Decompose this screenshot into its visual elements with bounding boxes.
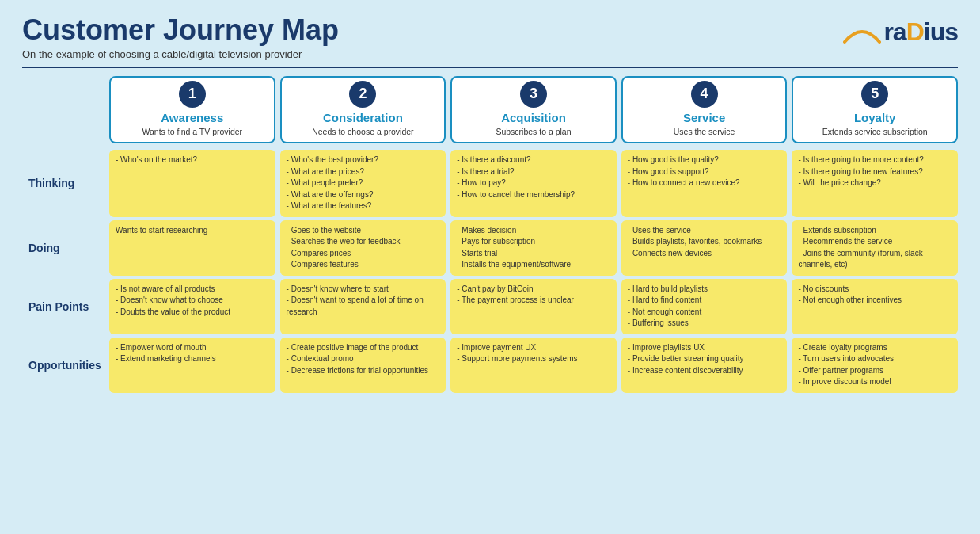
header-divider bbox=[22, 67, 958, 68]
thinking-stage-3: - Is there a discount?- Is there a trial… bbox=[450, 150, 617, 217]
stage-number-2: 2 bbox=[349, 81, 376, 108]
logo-text: raDius bbox=[883, 17, 958, 47]
pain-points-row: Pain Points - Is not aware of all produc… bbox=[22, 279, 958, 334]
doing-stage-5: - Extends subscription- Recommends the s… bbox=[792, 220, 958, 276]
title-block: Customer Journey Map On the example of c… bbox=[22, 14, 339, 60]
doing-stage-3: - Makes decision- Pays for subscription-… bbox=[450, 220, 617, 276]
stage-number-3: 3 bbox=[520, 81, 547, 108]
opportunities-stage-5: - Create loyalty programs- Turn users in… bbox=[792, 338, 958, 393]
thinking-stage-5: - Is there going to be more content?- Is… bbox=[792, 150, 958, 217]
stage-subtitle-4: Uses the service bbox=[674, 127, 735, 138]
stage-title-3: Acquisition bbox=[501, 111, 566, 125]
header-empty-cell bbox=[22, 76, 109, 147]
opp-cells: - Empower word of mouth- Extend marketin… bbox=[109, 338, 958, 393]
opportunities-row: Opportunities - Empower word of mouth- E… bbox=[22, 338, 958, 393]
opportunities-label: Opportunities bbox=[22, 338, 109, 393]
header-stage-3: 3 Acquisition Subscribes to a plan bbox=[450, 76, 617, 144]
stage-subtitle-5: Extends service subscription bbox=[822, 127, 928, 138]
thinking-cells: - Who's on the market?- Who's the best p… bbox=[109, 150, 958, 217]
doing-row: Doing Wants to start researching- Goes t… bbox=[22, 220, 958, 276]
pain_points-stage-3: - Can't pay by BitCoin- The payment proc… bbox=[450, 279, 617, 334]
header-stages-cells: 1 Awareness Wants to find a TV provider … bbox=[109, 76, 958, 144]
pain_points-stage-5: - No discounts- Not enough other incenti… bbox=[792, 279, 958, 334]
pain_points-stage-4: - Hard to build playlists- Hard to find … bbox=[621, 279, 788, 334]
stage-subtitle-2: Needs to choose a provider bbox=[312, 127, 413, 138]
thinking-stage-2: - Who's the best provider?- What are the… bbox=[280, 150, 446, 217]
stage-subtitle-3: Subscribes to a plan bbox=[496, 127, 571, 138]
thinking-stage-1: - Who's on the market? bbox=[109, 150, 275, 217]
subtitle: On the example of choosing a cable/digit… bbox=[22, 48, 339, 60]
stage-title-1: Awareness bbox=[161, 111, 223, 125]
opportunities-stage-1: - Empower word of mouth- Extend marketin… bbox=[109, 338, 275, 393]
opportunities-stage-4: - Improve playlists UX- Provide better s… bbox=[621, 338, 788, 393]
opportunities-stage-2: - Create positive image of the product- … bbox=[280, 338, 446, 393]
opportunities-stage-3: - Improve payment UX- Support more payme… bbox=[450, 338, 617, 393]
pain_points-stage-1: - Is not aware of all products- Doesn't … bbox=[109, 279, 275, 334]
doing-label: Doing bbox=[22, 220, 109, 276]
stage-title-2: Consideration bbox=[323, 111, 403, 125]
thinking-stage-4: - How good is the quality?- How good is … bbox=[621, 150, 788, 217]
thinking-label: Thinking bbox=[22, 150, 109, 217]
doing-stage-1: Wants to start researching bbox=[109, 220, 275, 276]
thinking-row: Thinking - Who's on the market?- Who's t… bbox=[22, 150, 958, 217]
header-stage-4: 4 Service Uses the service bbox=[621, 76, 788, 144]
main-title: Customer Journey Map bbox=[22, 14, 339, 46]
pain_points-stage-2: - Doesn't know where to start- Doesn't w… bbox=[280, 279, 446, 334]
pain-cells: - Is not aware of all products- Doesn't … bbox=[109, 279, 958, 334]
stage-number-1: 1 bbox=[179, 81, 206, 108]
header-row: Customer Journey Map On the example of c… bbox=[22, 14, 958, 60]
stages-header-row: 1 Awareness Wants to find a TV provider … bbox=[22, 76, 958, 147]
pain-points-label: Pain Points bbox=[22, 279, 109, 334]
stage-number-4: 4 bbox=[691, 81, 718, 108]
stage-number-5: 5 bbox=[861, 81, 888, 108]
stage-title-5: Loyalty bbox=[854, 111, 896, 125]
header-stage-2: 2 Consideration Needs to choose a provid… bbox=[280, 76, 446, 144]
doing-stage-4: - Uses the service- Builds playlists, fa… bbox=[621, 220, 788, 276]
header-stage-1: 1 Awareness Wants to find a TV provider bbox=[109, 76, 275, 144]
stage-title-4: Service bbox=[683, 111, 725, 125]
logo-arc-icon bbox=[841, 20, 883, 44]
page-wrapper: Customer Journey Map On the example of c… bbox=[0, 0, 980, 534]
header-stage-5: 5 Loyalty Extends service subscription bbox=[792, 76, 958, 144]
logo-block: raDius bbox=[841, 17, 958, 47]
stage-subtitle-1: Wants to find a TV provider bbox=[142, 127, 242, 138]
doing-stage-2: - Goes to the website- Searches the web … bbox=[280, 220, 446, 276]
doing-cells: Wants to start researching- Goes to the … bbox=[109, 220, 958, 276]
